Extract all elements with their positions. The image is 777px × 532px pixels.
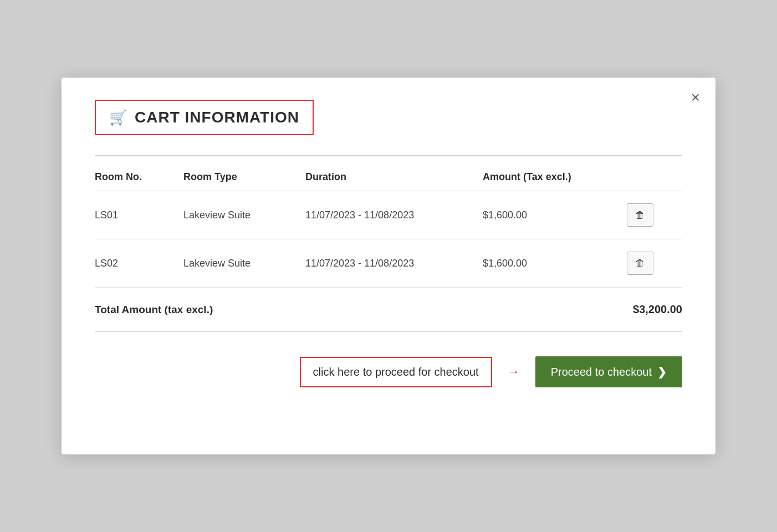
cart-title: CART INFORMATION [135, 109, 299, 126]
modal-overlay: × 🛒 CART INFORMATION Room No. Room Type … [0, 0, 777, 532]
footer-row: click here to proceed for checkout → Pro… [95, 356, 682, 387]
cell-room-no-2: LS02 [95, 258, 183, 269]
cell-duration-1: 11/07/2023 - 11/08/2023 [305, 209, 483, 221]
cart-modal: × 🛒 CART INFORMATION Room No. Room Type … [62, 78, 715, 454]
header-divider [95, 155, 682, 156]
col-room-no: Room No. [95, 171, 183, 183]
cell-room-no-1: LS01 [95, 209, 183, 221]
delete-button-2[interactable]: 🗑 [627, 252, 653, 275]
cart-table: Room No. Room Type Duration Amount (Tax … [95, 161, 682, 288]
total-value: $3,200.00 [633, 303, 682, 316]
checkout-button[interactable]: Proceed to checkout ❯ [535, 356, 682, 387]
cell-amount-1: $1,600.00 [483, 209, 627, 221]
checkout-button-label: Proceed to checkout [551, 366, 652, 378]
checkout-hint: click here to proceed for checkout [300, 357, 492, 387]
cell-room-type-2: Lakeview Suite [183, 258, 305, 269]
cart-header: 🛒 CART INFORMATION [95, 100, 314, 135]
table-row: LS02 Lakeview Suite 11/07/2023 - 11/08/2… [95, 239, 682, 288]
cell-amount-2: $1,600.00 [483, 258, 627, 269]
table-row: LS01 Lakeview Suite 11/07/2023 - 11/08/2… [95, 191, 682, 239]
cell-delete-1: 🗑 [627, 203, 671, 227]
col-room-type: Room Type [183, 171, 305, 183]
col-amount: Amount (Tax excl.) [483, 171, 627, 183]
total-row: Total Amount (tax excl.) $3,200.00 [95, 288, 682, 332]
col-duration: Duration [305, 171, 483, 183]
arrow-icon: → [508, 365, 520, 379]
total-label: Total Amount (tax excl.) [95, 304, 213, 316]
cell-duration-2: 11/07/2023 - 11/08/2023 [305, 258, 483, 269]
table-header-row: Room No. Room Type Duration Amount (Tax … [95, 161, 682, 191]
delete-button-1[interactable]: 🗑 [627, 203, 653, 227]
col-action [627, 171, 671, 183]
cell-room-type-1: Lakeview Suite [183, 209, 305, 221]
checkout-chevron-icon: ❯ [657, 365, 667, 378]
cell-delete-2: 🗑 [627, 252, 671, 275]
cart-icon: 🛒 [109, 109, 127, 126]
close-button[interactable]: × [691, 90, 700, 105]
